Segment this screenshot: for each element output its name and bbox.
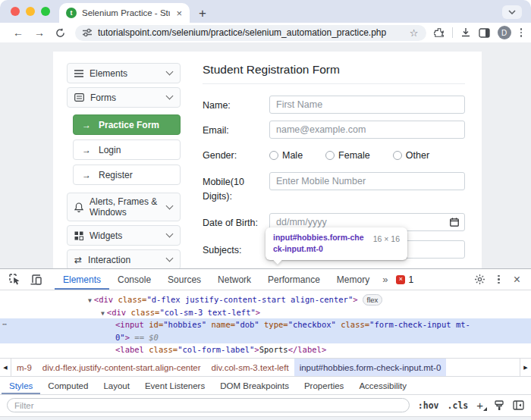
dom-token: Sports xyxy=(259,345,288,354)
mobile-input[interactable] xyxy=(269,172,465,190)
dom-tree-line[interactable]: <label class="col-form-label">Sports</la… xyxy=(0,343,531,356)
page-viewport: Elements Forms → Practice Form xyxy=(0,42,531,268)
styles-tab-styles[interactable]: Styles xyxy=(2,377,40,394)
tab-search-button[interactable] xyxy=(502,5,522,19)
dob-label: Date of Birth: xyxy=(203,213,269,231)
styles-filter-input[interactable] xyxy=(7,398,410,412)
dom-tree-line[interactable]: ▼<div class="d-flex justify-content-star… xyxy=(0,293,531,306)
tooltip-selector: input#hobbies.form-check-input.mt-0 xyxy=(273,232,366,255)
tab-close-icon[interactable]: × xyxy=(175,8,183,18)
dom-tree-line[interactable]: ▼<div class="col-sm-3 text-left"> xyxy=(0,306,531,319)
zoom-window-button[interactable] xyxy=(41,7,50,16)
female-radio[interactable] xyxy=(325,151,335,160)
dom-token: "checkbox" xyxy=(288,320,336,329)
settings-gear-icon[interactable] xyxy=(470,274,490,285)
devtools-close-icon[interactable]: × xyxy=(507,274,526,286)
devtools-tabs: ElementsConsoleSourcesNetworkPerformance… xyxy=(55,269,378,290)
devtools-toolbar: ElementsConsoleSourcesNetworkPerformance… xyxy=(0,269,531,290)
inspect-tooltip: input#hobbies.form-check-input.mt-0 16 ×… xyxy=(266,227,407,260)
sidebar-item-label: Widgets xyxy=(90,230,161,241)
new-style-rule-icon[interactable]: + xyxy=(476,400,483,411)
breadcrumb-item[interactable]: m-9 xyxy=(11,359,37,376)
dom-line-menu-icon[interactable]: ⋯ xyxy=(2,318,8,331)
devtools-tab-network[interactable]: Network xyxy=(209,269,259,290)
option-label: Female xyxy=(338,150,370,161)
sidebar-item-alerts-frames-windows[interactable]: Alerts, Frames & Windows xyxy=(67,193,181,221)
profile-avatar[interactable]: D xyxy=(498,26,511,39)
styles-tab-accessibility[interactable]: Accessibility xyxy=(351,377,414,394)
breadcrumb-item[interactable]: div.d-flex.justify-content-start.align-c… xyxy=(37,359,206,376)
dom-token: 0" xyxy=(115,333,125,342)
browser-window: t Selenium Practice - Student F × + ← → … xyxy=(0,0,531,420)
dom-token: > xyxy=(353,295,357,304)
styles-tab-event-listeners[interactable]: Event Listeners xyxy=(137,377,212,394)
toggle-sidebar-icon[interactable] xyxy=(513,400,524,410)
devtools-tab-memory[interactable]: Memory xyxy=(328,269,378,290)
bookmark-star-icon[interactable]: ☆ xyxy=(410,28,419,38)
arrow-right-icon: → xyxy=(82,120,91,130)
download-icon[interactable] xyxy=(460,27,471,38)
browser-tab[interactable]: t Selenium Practice - Student F × xyxy=(59,3,190,23)
forward-icon[interactable]: → xyxy=(34,27,45,38)
browser-menu-icon[interactable] xyxy=(519,28,524,37)
new-tab-button[interactable]: + xyxy=(199,7,206,20)
name-input[interactable] xyxy=(269,96,465,114)
styles-tab-layout[interactable]: Layout xyxy=(96,377,137,394)
sidebar-link-practice-form[interactable]: → Practice Form xyxy=(73,114,181,135)
breadcrumb-item[interactable]: input#hobbies.form-check-input.mt-0 xyxy=(294,359,447,376)
dom-token: ▼ xyxy=(101,310,105,317)
other-radio[interactable] xyxy=(393,151,402,160)
calendar-icon[interactable] xyxy=(450,218,459,227)
device-toolbar-icon[interactable] xyxy=(26,269,47,290)
error-indicator[interactable]: × 1 xyxy=(391,269,418,290)
devtools-tab-console[interactable]: Console xyxy=(109,269,159,290)
devtools-tab-performance[interactable]: Performance xyxy=(259,269,328,290)
styles-tab-properties[interactable]: Properties xyxy=(297,377,351,394)
sidebar-item-forms[interactable]: Forms xyxy=(67,87,181,108)
dom-tree-line[interactable]: ⋯<input id="hobbies" name="dob" type="ch… xyxy=(0,318,531,331)
reload-icon[interactable] xyxy=(55,28,65,38)
dom-tree-line[interactable]: 0"> == $0 xyxy=(0,331,531,344)
rendering-brush-icon[interactable] xyxy=(494,400,504,411)
devtools-tab-sources[interactable]: Sources xyxy=(159,269,209,290)
dom-token: id= xyxy=(149,320,163,329)
address-bar[interactable]: tutorialspoint.com/selenium/practice/sel… xyxy=(75,25,426,41)
gender-option-male: Male xyxy=(269,149,303,163)
more-tabs-icon[interactable]: » xyxy=(378,269,391,290)
crumb-scroll-right-icon[interactable]: ▶ xyxy=(520,359,531,376)
registration-form: Student Registration Form Name: Email: G… xyxy=(203,63,465,268)
bell-icon xyxy=(74,202,83,212)
devtools-menu-icon[interactable] xyxy=(493,275,504,284)
breadcrumb-item[interactable]: div.col-sm-3.text-left xyxy=(206,359,294,376)
devtools-tab-elements[interactable]: Elements xyxy=(55,269,109,290)
browser-toolbar: ← → tutorialspoint.com/selenium/practice… xyxy=(0,23,531,42)
styles-tab-dom-breakpoints[interactable]: DOM Breakpoints xyxy=(212,377,297,394)
close-window-button[interactable] xyxy=(11,7,20,16)
dom-token: > xyxy=(256,308,260,317)
email-row: Email: xyxy=(203,121,465,139)
back-icon[interactable]: ← xyxy=(13,27,24,38)
dom-token: == $0 xyxy=(130,333,159,342)
toggle-class-button[interactable]: .cls xyxy=(448,400,469,411)
toggle-hover-state-button[interactable]: :hov xyxy=(418,400,439,411)
minimize-window-button[interactable] xyxy=(26,7,35,16)
sidebar-link-login[interactable]: → Login xyxy=(73,139,181,160)
link-label: Login xyxy=(99,145,121,155)
sidebar-item-elements[interactable]: Elements xyxy=(67,63,181,83)
link-label: Register xyxy=(99,170,133,180)
styles-tab-computed[interactable]: Computed xyxy=(40,377,96,394)
side-panel-icon[interactable] xyxy=(479,28,490,38)
inspect-element-icon[interactable] xyxy=(5,269,26,290)
forms-submenu: → Practice Form → Login → Register xyxy=(73,114,181,185)
extensions-icon[interactable] xyxy=(434,27,445,38)
sidebar-link-register[interactable]: → Register xyxy=(73,165,181,185)
sidebar-item-widgets[interactable]: Widgets xyxy=(67,225,181,246)
toolbar-actions: D xyxy=(434,26,524,39)
crumb-scroll-left-icon[interactable]: ◀ xyxy=(0,359,11,376)
male-radio[interactable] xyxy=(269,151,278,160)
dom-token: "col-sm-3 text-left" xyxy=(159,308,255,317)
arrow-right-icon: → xyxy=(82,170,91,180)
sidebar-item-interaction[interactable]: ⇄ Interaction xyxy=(67,249,181,268)
dom-token: "dob" xyxy=(235,320,259,329)
email-input[interactable] xyxy=(269,121,465,139)
